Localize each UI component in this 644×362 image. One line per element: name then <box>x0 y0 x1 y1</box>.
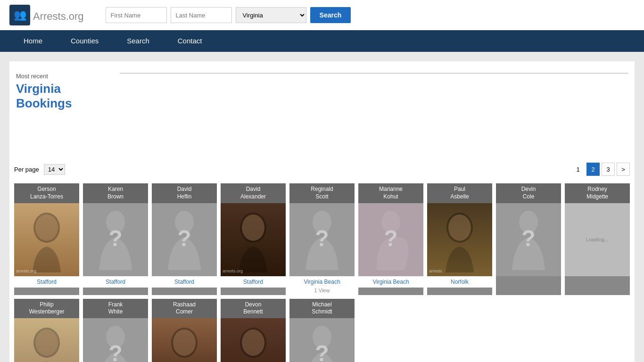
per-page-label: Per page <box>14 166 39 173</box>
person-photo: ? <box>289 203 355 276</box>
person-name: DavidAlexander <box>221 183 286 203</box>
svg-point-12 <box>35 329 58 356</box>
person-location[interactable]: Virginia Beach <box>289 276 355 288</box>
first-name-input[interactable] <box>106 7 167 23</box>
person-card-devon-bennett[interactable]: DevonBennett <box>221 299 286 362</box>
person-card-gerson-lanza-torres[interactable]: GersonLanza-Torres arrests.org Stafford <box>14 183 79 295</box>
person-photo: Loading... <box>565 203 630 276</box>
svg-point-15 <box>173 329 196 356</box>
person-name: MichaelSchmidt <box>289 299 355 318</box>
logo-suffix: .org <box>66 10 84 22</box>
nav-item-counties[interactable]: Counties <box>57 30 113 52</box>
person-card-rashaad-comer[interactable]: RashaadComer <box>152 299 217 362</box>
person-name: RashaadComer <box>152 299 217 318</box>
person-location[interactable]: Virginia Beach <box>358 276 423 288</box>
person-name: MarianneKohut <box>358 183 423 203</box>
svg-point-1 <box>35 214 58 241</box>
nav-item-contact[interactable]: Contact <box>164 30 216 52</box>
person-photo: ? <box>496 203 561 276</box>
person-name: ReginaldScott <box>289 183 355 203</box>
person-views: 1 View <box>289 288 355 295</box>
svg-point-17 <box>242 329 264 356</box>
navigation: Home Counties Search Contact <box>0 30 644 52</box>
top-divider <box>120 73 628 115</box>
person-name: PhilipWestenberger <box>14 299 79 318</box>
logo-brand: Arrests <box>33 10 66 22</box>
person-photo: arrests.org <box>14 203 79 276</box>
person-location[interactable]: Stafford <box>14 276 79 288</box>
persons-grid: GersonLanza-Torres arrests.org StaffordK… <box>14 183 630 362</box>
person-card-marianne-kohut[interactable]: MarianneKohut ? Virginia Beach <box>358 183 423 295</box>
person-photo: arrests.org <box>221 203 286 276</box>
person-card-frank-white[interactable]: FrankWhite ? <box>83 299 148 362</box>
person-location[interactable]: Norfolk <box>427 276 492 288</box>
person-card-david-alexander[interactable]: DavidAlexander arrests.org Stafford <box>221 183 286 295</box>
per-page-bar: Per page 71428 1 2 3 > <box>14 163 630 176</box>
person-name: DevonBennett <box>221 299 286 318</box>
person-name: FrankWhite <box>83 299 148 318</box>
person-card-michael-schmidt[interactable]: MichaelSchmidt ? <box>289 299 355 362</box>
logo-area: 👥 Arrests.org <box>9 5 84 25</box>
most-recent-label: Most recent <box>16 73 115 80</box>
person-photo <box>152 318 217 362</box>
left-panel: Most recent Virginia Bookings <box>16 68 120 115</box>
person-photo: ? <box>358 203 423 276</box>
next-page-button[interactable]: > <box>617 163 630 176</box>
person-card-david-heflin[interactable]: DavidHeflin ? Stafford <box>152 183 217 295</box>
nav-item-search[interactable]: Search <box>113 30 164 52</box>
svg-point-5 <box>242 214 264 241</box>
header: 👥 Arrests.org VirginiaAlabamaAlaskaArizo… <box>0 0 644 30</box>
person-name: DevinCole <box>496 183 561 203</box>
header-search-form: VirginiaAlabamaAlaskaArizonaArkansasCali… <box>106 7 351 23</box>
person-name: PaulAsbelle <box>427 183 492 203</box>
ad-area <box>118 115 628 153</box>
grid-area: Per page 71428 1 2 3 > GersonLanza-Torre… <box>9 158 635 362</box>
person-photo: ? <box>289 318 355 362</box>
person-photo: ? <box>83 203 148 276</box>
logo-text: Arrests.org <box>33 7 84 23</box>
person-name: KarenBrown <box>83 183 148 203</box>
state-title: Virginia Bookings <box>16 82 115 111</box>
person-location[interactable]: Stafford <box>152 276 217 288</box>
page-2-button[interactable]: 2 <box>586 163 600 176</box>
person-photo <box>221 318 286 362</box>
logo-icon: 👥 <box>9 5 30 25</box>
person-location[interactable]: Stafford <box>83 276 148 288</box>
pagination: 1 2 3 > <box>571 163 630 176</box>
per-page-select[interactable]: 71428 <box>44 164 65 175</box>
person-name: DavidHeflin <box>152 183 217 203</box>
nav-item-home[interactable]: Home <box>9 30 57 52</box>
last-name-input[interactable] <box>171 7 232 23</box>
search-button[interactable]: Search <box>310 7 351 23</box>
person-photo: ? <box>152 203 217 276</box>
person-card-karen-brown[interactable]: KarenBrown ? Stafford <box>83 183 148 295</box>
page-1[interactable]: 1 <box>571 163 585 176</box>
person-photo <box>14 318 79 362</box>
svg-point-9 <box>448 214 471 241</box>
person-photo: arrests <box>427 203 492 276</box>
person-card-philip-westenberger[interactable]: PhilipWestenberger <box>14 299 79 362</box>
page-3-button[interactable]: 3 <box>602 163 615 176</box>
per-page-control: Per page 71428 <box>14 164 65 175</box>
person-card-devin-cole[interactable]: DevinCole ? <box>496 183 561 295</box>
main-content: Most recent Virginia Bookings Per page 7… <box>0 52 644 362</box>
person-photo: ? <box>83 318 148 362</box>
person-card-paul-asbelle[interactable]: PaulAsbelle arrests Norfolk <box>427 183 492 295</box>
state-select[interactable]: VirginiaAlabamaAlaskaArizonaArkansasCali… <box>236 7 306 23</box>
person-card-rodney-midgette[interactable]: RodneyMidgetteLoading... <box>565 183 630 295</box>
person-name: GersonLanza-Torres <box>14 183 79 203</box>
person-location[interactable]: Stafford <box>221 276 286 288</box>
top-section: Most recent Virginia Bookings <box>9 61 635 115</box>
person-card-reginald-scott[interactable]: ReginaldScott ? Virginia Beach1 View <box>289 183 355 295</box>
person-name: RodneyMidgette <box>565 183 630 203</box>
content-box: Most recent Virginia Bookings Per page 7… <box>9 61 635 362</box>
